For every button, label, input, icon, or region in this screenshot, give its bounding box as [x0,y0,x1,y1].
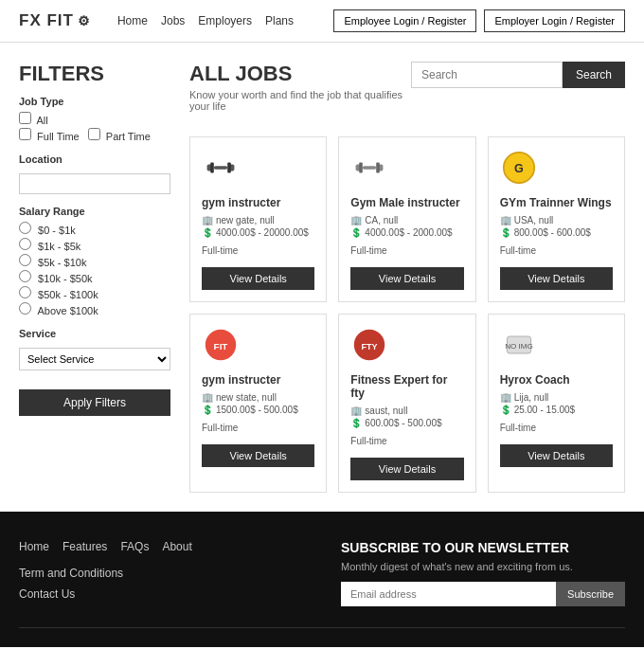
job-type: Full-time [350,436,463,446]
salary-10k-50k-radio[interactable] [19,270,31,282]
salary-5k-10k-radio[interactable] [19,254,31,266]
job-card: Gym Male instructer 🏢 CA, null 💲 4000.00… [338,136,475,302]
job-type-label: Job Type [19,96,170,107]
view-details-button[interactable]: View Details [350,458,463,480]
job-type: Full-time [202,423,314,433]
service-filter: Service Select Service [19,328,170,370]
job-title: gym instructer [202,196,314,209]
location-icon: 🏢 [500,392,511,403]
salary-50k-100k[interactable]: $50k - $100k [19,286,170,300]
job-title: Gym Male instructer [350,196,463,209]
job-meta: 🏢 new gate, null 💲 4000.00$ - 20000.00$ [202,215,314,238]
apply-filters-button[interactable]: Apply Filters [19,389,170,416]
search-bar: Search [411,62,625,88]
job-type-fulltime[interactable]: Full Time [19,131,80,142]
job-type-fulltime-checkbox[interactable] [19,128,31,140]
salary-1k-5k[interactable]: $1k - $5k [19,238,170,252]
job-type-parttime[interactable]: Part Time [88,131,151,142]
location-input[interactable] [19,173,170,194]
footer-features[interactable]: Features [63,540,107,553]
salary-above-100k[interactable]: Above $100k [19,302,170,316]
footer-about[interactable]: About [162,540,191,553]
search-input[interactable] [411,62,563,88]
salary-0-1k-radio[interactable] [19,222,31,234]
view-details-button[interactable]: View Details [500,267,613,290]
location-label: Location [19,153,170,165]
svg-rect-4 [214,166,227,170]
location-icon: 🏢 [350,215,362,225]
job-type-filter: Job Type All Full Time Part Time [19,96,170,142]
job-meta: 🏢 saust, null 💲 600.00$ - 500.00$ [350,406,463,428]
salary-10k-50k[interactable]: $10k - $50k [19,270,170,284]
footer-faqs[interactable]: FAQs [120,540,149,553]
logo-text: FX FIT [19,11,74,30]
search-button[interactable]: Search [563,62,625,88]
filters-sidebar: FILTERS Job Type All Full Time Part Time… [19,62,170,493]
salary-icon: 💲 [350,227,362,238]
job-meta: 🏢 CA, null 💲 4000.00$ - 2000.00$ [350,215,463,238]
nav-home[interactable]: Home [117,14,148,27]
salary-5k-10k[interactable]: $5k - $10k [19,254,170,268]
location-icon: 🏢 [350,406,362,416]
job-card: gym instructer 🏢 new gate, null 💲 4000.0… [189,136,327,302]
footer: Home Features FAQs About Term and Condit… [0,512,644,647]
nav-employers[interactable]: Employers [198,14,252,27]
job-card: FTY Fitness Expert for fty 🏢 saust, null… [338,314,475,493]
job-type: Full-time [500,423,613,433]
employee-login-button[interactable]: Employee Login / Register [333,9,476,32]
jobs-title: ALL JOBS [189,62,411,86]
job-logo: G [500,149,538,187]
subscribe-button[interactable]: Subscribe [556,582,625,606]
job-location: 🏢 CA, null [350,215,463,225]
view-details-button[interactable]: View Details [202,267,314,290]
newsletter-email-input[interactable] [341,582,556,606]
salary-icon: 💲 [500,405,511,415]
svg-text:FIT: FIT [214,341,228,352]
job-type-all[interactable]: All [19,112,170,126]
nav-plans[interactable]: Plans [265,14,294,27]
job-logo: NO IMG [500,326,538,364]
job-type-parttime-checkbox[interactable] [88,128,100,140]
salary-1k-5k-radio[interactable] [19,238,31,250]
nav-links: Home Jobs Employers Plans [117,14,316,27]
job-salary: 💲 1500.00$ - 500.00$ [202,405,314,415]
view-details-button[interactable]: View Details [350,267,463,290]
employer-login-button[interactable]: Employer Login / Register [484,9,625,32]
job-title: Fitness Expert for fty [350,373,463,400]
newsletter-desc: Monthly digest of what's new and excitin… [341,561,625,572]
footer-newsletter: SUBSCRIBE TO OUR NEWSLETTER Monthly dige… [341,540,625,608]
footer-link-row-1: Home Features FAQs About Term and Condit… [19,540,303,580]
job-card: NO IMG Hyrox Coach 🏢 Lija, null 💲 25.00 … [488,314,625,493]
job-location: 🏢 new state, null [202,392,314,403]
job-type: Full-time [350,245,463,256]
salary-icon: 💲 [500,227,511,238]
job-salary: 💲 600.00$ - 500.00$ [350,418,463,428]
footer-home[interactable]: Home [19,540,49,553]
footer-contact[interactable]: Contact Us [19,587,75,601]
salary-0-1k[interactable]: $0 - $1k [19,222,170,236]
service-select[interactable]: Select Service [19,348,170,370]
jobs-header: ALL JOBS Know your worth and find the jo… [189,62,411,112]
job-type: Full-time [202,245,314,256]
view-details-button[interactable]: View Details [500,444,613,467]
job-logo: FIT [202,326,240,364]
job-type-all-checkbox[interactable] [19,112,31,124]
job-meta: 🏢 USA, null 💲 800.00$ - 600.00$ [500,215,613,238]
job-card: FIT gym instructer 🏢 new state, null 💲 1… [189,314,327,493]
location-icon: 🏢 [202,392,213,403]
salary-50k-100k-radio[interactable] [19,286,31,298]
newsletter-title: SUBSCRIBE TO OUR NEWSLETTER [341,540,625,555]
job-salary: 💲 4000.00$ - 2000.00$ [350,227,463,238]
salary-icon: 💲 [350,418,362,428]
footer-terms[interactable]: Term and Conditions [19,567,123,580]
location-icon: 🏢 [500,215,511,225]
footer-links: Home Features FAQs About Term and Condit… [19,540,303,608]
salary-filter: Salary Range $0 - $1k $1k - $5k $5k - $1… [19,206,170,316]
gear-icon: ⚙ [78,13,91,28]
job-logo [350,149,388,187]
view-details-button[interactable]: View Details [202,444,314,467]
job-title: Hyrox Coach [500,373,613,387]
footer-divider [19,627,625,628]
nav-jobs[interactable]: Jobs [161,14,185,27]
salary-above-100k-radio[interactable] [19,302,31,315]
